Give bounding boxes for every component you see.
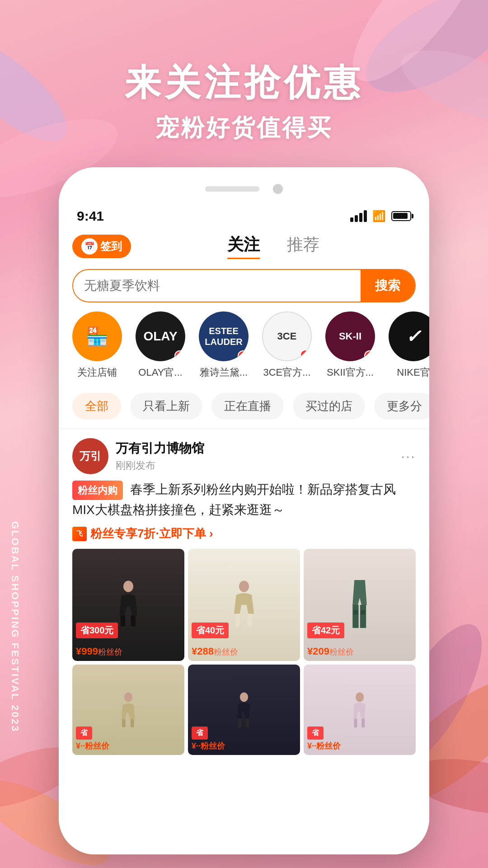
filter-bought[interactable]: 买过的店 [293, 393, 365, 420]
store-avatar-el: ESTEELAUDER [199, 311, 249, 361]
svg-rect-25 [246, 719, 249, 728]
product-price-1: ¥999粉丝价 [76, 646, 122, 657]
svg-point-10 [123, 581, 133, 592]
svg-point-26 [356, 693, 364, 702]
product-price-2: ¥288粉丝价 [192, 646, 238, 657]
post-description: 粉丝内购 春季上新系列粉丝内购开始啦！新品穿搭复古风MIX大棋盘格拼接撞色，赶紧… [72, 480, 416, 520]
store-item-nike[interactable]: ✓ NIKE官 [389, 311, 429, 379]
more-price-2: ¥··粉丝价 [192, 741, 225, 751]
top-nav: 📅 签到 关注 推荐 [59, 228, 429, 264]
svg-rect-15 [248, 614, 252, 627]
fan-discount-text: 粉丝专享7折·立即下单 › [90, 526, 213, 542]
header-title: 来关注抢优惠 [0, 59, 488, 108]
more-save-2: 省 [192, 726, 208, 740]
svg-rect-24 [238, 719, 241, 728]
store-item-3ce[interactable]: 3CE 3CE官方... [262, 311, 312, 379]
signal-icon [350, 210, 367, 222]
post-card: 万引 万有引力博物馆 刚刚发布 ··· 粉丝内购 春季上新系列粉丝内购开始啦！新… [59, 429, 429, 764]
post-avatar[interactable]: 万引 [72, 438, 108, 474]
product-figure-3 [342, 580, 378, 630]
product-grid: 省300元 ¥999粉丝价 省40元 [72, 549, 416, 661]
store-avatar-nike: ✓ [389, 311, 429, 361]
battery-fill [393, 213, 408, 219]
store-item-olay[interactable]: OLAY OLAY官... [136, 311, 185, 379]
phone-camera [273, 184, 283, 194]
product-save-3: 省42元 [307, 623, 344, 638]
fan-discount-row[interactable]: 飞 粉丝专享7折·立即下单 › [72, 526, 416, 542]
store-name-follow: 关注店铺 [77, 366, 117, 379]
post-info: 万有引力博物馆 刚刚发布 [116, 440, 401, 472]
nav-tabs: 关注 推荐 [131, 234, 416, 259]
store-name-3ce: 3CE官方... [263, 366, 310, 379]
filter-new[interactable]: 只看上新 [130, 393, 202, 420]
post-time: 刚刚发布 [116, 459, 401, 472]
svg-point-23 [240, 693, 248, 702]
product-item-2[interactable]: 省40元 ¥288粉丝价 [188, 549, 300, 661]
header-text: 来关注抢优惠 宠粉好货值得买 [0, 59, 488, 144]
store-badge-3ce [300, 349, 311, 360]
fan-icon: 飞 [72, 527, 87, 541]
more-item-2[interactable]: 省 ¥··粉丝价 [188, 665, 300, 755]
filter-live[interactable]: 正在直播 [211, 393, 284, 420]
svg-rect-28 [361, 719, 365, 728]
store-item-el[interactable]: ESTEELAUDER 雅诗兰黛... [199, 311, 249, 379]
app-content: 📅 签到 关注 推荐 搜索 🏪 关注店铺 [59, 228, 429, 854]
more-save-3: 省 [307, 726, 324, 740]
store-name-nike: NIKE官 [397, 366, 429, 379]
post-store-name[interactable]: 万有引力博物馆 [116, 440, 401, 457]
store-badge-olay [174, 350, 185, 361]
filter-more[interactable]: 更多分 [374, 393, 429, 420]
battery-icon [391, 211, 411, 221]
store-avatar-skii: SK-II [325, 311, 375, 361]
post-more-button[interactable]: ··· [401, 448, 416, 465]
post-header: 万引 万有引力博物馆 刚刚发布 ··· [72, 438, 416, 474]
more-figure-1 [113, 689, 144, 730]
store-avatar-follow: 🏪 [72, 311, 122, 361]
more-price-3: ¥··粉丝价 [307, 741, 341, 751]
svg-rect-18 [353, 610, 358, 614]
sign-in-label: 签到 [100, 239, 122, 254]
phone-speaker [205, 186, 259, 192]
tab-follow[interactable]: 关注 [227, 234, 260, 259]
product-save-2: 省40元 [192, 623, 229, 638]
side-label: GLOBAL SHOPPING FESTIVAL 2023 [9, 521, 21, 732]
header-subtitle: 宠粉好货值得买 [0, 112, 488, 144]
product-item-1[interactable]: 省300元 ¥999粉丝价 [72, 549, 184, 661]
more-figure-3 [344, 689, 375, 730]
store-item-follow[interactable]: 🏪 关注店铺 [72, 311, 122, 379]
store-item-skii[interactable]: SK-II SKII官方... [325, 311, 375, 379]
search-input[interactable] [73, 271, 361, 300]
more-product-grid: 省 ¥··粉丝价 省 ¥··粉丝价 [72, 665, 416, 755]
store-name-el: 雅诗兰黛... [200, 366, 248, 379]
search-bar: 搜索 [72, 269, 416, 302]
product-item-3[interactable]: 省42元 ¥209粉丝价 [304, 549, 416, 661]
svg-rect-14 [235, 614, 239, 627]
search-button[interactable]: 搜索 [361, 270, 415, 302]
product-price-3: ¥209粉丝价 [307, 646, 354, 657]
store-avatar-olay: OLAY [136, 311, 185, 361]
tab-recommend[interactable]: 推荐 [287, 234, 319, 259]
svg-rect-27 [354, 719, 357, 728]
svg-rect-17 [360, 605, 366, 628]
svg-rect-12 [131, 616, 136, 627]
more-item-1[interactable]: 省 ¥··粉丝价 [72, 665, 184, 755]
status-icons: 📶 [350, 210, 411, 222]
store-badge-el [238, 350, 249, 361]
store-avatar-3ce: 3CE [262, 311, 312, 361]
more-item-3[interactable]: 省 ¥··粉丝价 [304, 665, 416, 755]
more-figure-2 [228, 689, 260, 730]
svg-rect-16 [352, 605, 358, 628]
store-name-skii: SKII官方... [327, 366, 374, 379]
svg-rect-11 [121, 616, 125, 627]
phone-mockup: 9:41 📶 📅 签到 关注 推荐 [59, 167, 429, 854]
svg-rect-19 [361, 610, 365, 614]
fan-tag: 粉丝内购 [72, 481, 123, 500]
status-time: 9:41 [77, 208, 104, 224]
more-price-1: ¥··粉丝价 [76, 741, 109, 751]
filter-tabs: 全部 只看上新 正在直播 买过的店 更多分 [59, 388, 429, 429]
svg-rect-21 [122, 719, 126, 727]
wifi-icon: 📶 [372, 210, 386, 222]
svg-point-20 [124, 693, 132, 702]
filter-all[interactable]: 全部 [72, 393, 121, 420]
sign-in-button[interactable]: 📅 签到 [72, 235, 131, 258]
